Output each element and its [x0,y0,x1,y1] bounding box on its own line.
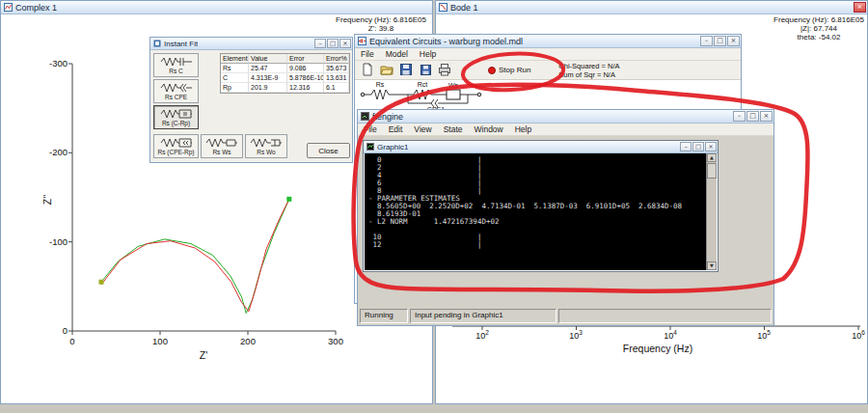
menu-file[interactable]: File [355,49,380,59]
maximize-button[interactable]: □ [714,36,726,46]
bode-x-axis-title: Frequency (Hz) [547,343,769,354]
graphic1-window: Graphic1 – □ × 0 | 2 | 4 | 6 [363,140,719,272]
stop-run-button[interactable]: Stop Run [488,66,530,74]
save-as-button[interactable] [417,62,433,78]
print-icon [438,63,451,76]
console-line: 12 | [368,241,706,249]
menu-view[interactable]: View [408,124,437,134]
save-button[interactable] [397,62,414,78]
graphic1-title: Graphic1 [377,143,408,151]
maximize-button[interactable]: □ [327,39,339,48]
equivalent-circuits-title: Equivalent Circuits - warburg model.mdl [369,37,523,46]
model-button-rs-wo[interactable]: Rs Wo [245,134,287,158]
print-button[interactable] [436,62,452,78]
close-button[interactable]: × [760,111,773,122]
ftengine-menubar: File Edit View State Window Help [358,124,773,136]
table-cell: 13.631 [324,73,349,83]
menu-window[interactable]: Window [469,124,509,134]
instant-fit-titlebar[interactable]: Instant Fit – □ × [150,38,352,50]
tick-exponent: 5 [767,329,771,336]
ftengine-title: ftengine [372,112,403,122]
new-file-button[interactable] [359,62,375,78]
x-tick-label: 0 [69,336,74,346]
freq-tick-label: 106 [844,329,868,341]
model-button-label: Rs C [169,68,182,74]
minimize-button[interactable]: – [733,111,746,122]
minimize-button[interactable]: – [700,36,713,46]
x-tick-label: 100 [152,336,168,346]
close-dialog-button[interactable]: Close [307,143,350,158]
scroll-up-button[interactable]: ▲ [707,153,717,162]
equivalent-circuits-menubar: File Model Help [355,48,741,61]
sum-of-squares-value: Sum of Sqr = N/A [558,70,619,79]
circuit-label-ws: Ws [448,82,459,89]
table-header-cell: Error [287,54,324,64]
open-button[interactable] [378,62,394,78]
model-button-rs-cpe-rp[interactable]: Rs (CPE-Rp) [153,134,199,158]
ftengine-titlebar[interactable]: ftengine – □ × [358,110,773,124]
scrollbar-thumb[interactable] [707,163,717,179]
tick-exponent: 6 [861,329,865,336]
data-marker [99,280,104,285]
minimize-button[interactable]: – [314,39,326,48]
table-cell: C [221,73,249,83]
complex-titlebar[interactable]: Complex 1 [1,1,432,14]
ftengine-icon [361,112,369,121]
rs-ws-circuit-glyph [205,137,238,149]
tick-exponent: 4 [673,329,677,336]
model-button-label: Rs CPE [165,94,187,100]
open-folder-icon [380,63,393,76]
menu-help[interactable]: Help [414,49,442,59]
equivalent-circuits-titlebar[interactable]: Equivalent Circuits - warburg model.mdl … [355,35,741,48]
menu-model[interactable]: Model [380,49,414,59]
circuit-diagram-area[interactable]: Rs Rct Ws CPE1 [355,80,741,113]
stop-run-label: Stop Run [499,66,530,74]
bode-titlebar[interactable]: Bode 1 × [436,1,867,14]
rs-c-rp-circuit-glyph [160,108,193,120]
equivalent-circuits-icon [358,37,366,45]
console-line: - L2 NORM 1.472167394D+02 [368,218,706,226]
bode-close-button[interactable]: × [854,2,866,13]
scroll-down-button[interactable]: ▼ [707,262,717,270]
x-tick-label: 300 [328,336,343,346]
table-cell: 35.673 [324,64,349,73]
model-button-rs-c[interactable]: Rs C [153,53,199,77]
maximize-button[interactable]: □ [746,111,759,122]
save-icon [399,63,413,76]
menu-file[interactable]: File [358,124,383,134]
tick-base: 10 [569,331,579,341]
rs-c-circuit-glyph [160,56,193,68]
model-button-rs-cpe[interactable]: Rs CPE [153,79,199,103]
minimize-button[interactable]: – [680,142,692,151]
model-button-rs-ws[interactable]: Rs Ws [201,134,243,158]
menu-edit[interactable]: Edit [383,124,409,134]
data-marker [286,197,291,202]
fortran-console-output[interactable]: 0 | 2 | 4 | 6 | 8 | - PARAMETER ESTIMATE… [365,153,706,270]
table-cell: 201.9 [249,83,287,93]
menu-state[interactable]: State [438,124,469,134]
table-cell: 12.316 [287,83,324,93]
complex-window-title: Complex 1 [15,3,57,13]
table-cell: 5.8786E-10 [287,73,324,83]
table-header-cell: Error% [324,54,349,64]
rs-cpe-circuit-glyph [160,82,193,94]
model-button-label: Rs (C-Rp) [162,120,190,126]
table-cell: 6.1 [324,83,349,93]
close-button[interactable]: × [705,142,717,151]
console-scrollbar[interactable]: ▲ ▼ [706,153,717,270]
menu-help[interactable]: Help [509,124,537,134]
freq-tick-label: 104 [656,329,685,341]
maximize-button[interactable]: □ [692,142,704,151]
graphic1-titlebar[interactable]: Graphic1 – □ × [364,141,718,153]
model-button-rs-c-rp[interactable]: Rs (C-Rp) [153,105,199,129]
ftengine-window: ftengine – □ × File Edit View State Wind… [357,109,774,326]
table-cell: 25.47 [249,64,287,73]
circuit-label-rs: Rs [376,81,385,88]
close-button[interactable]: × [727,36,740,46]
tick-exponent: 2 [485,329,489,336]
model-button-label: Rs Wo [257,149,275,155]
tick-base: 10 [664,331,673,341]
close-button[interactable]: × [339,39,351,48]
stop-run-dot-icon [488,67,496,74]
circuit-label-rct: Rct [418,81,428,88]
